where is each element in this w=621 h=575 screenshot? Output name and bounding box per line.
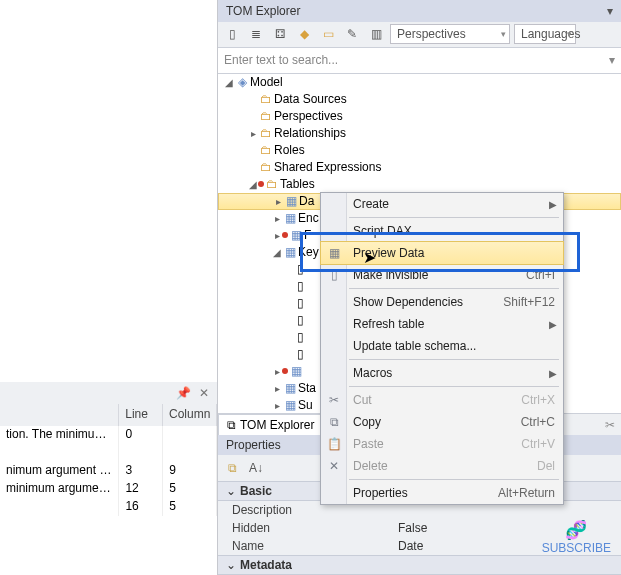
ctx-cut: ✂CutCtrl+X xyxy=(321,389,563,411)
tree-folder[interactable]: Tables xyxy=(280,177,315,191)
table-icon: ▦ xyxy=(288,364,304,378)
tb-icon-1[interactable]: ▯ xyxy=(222,24,242,44)
tb-icon-folder[interactable]: ▭ xyxy=(318,24,338,44)
col-line[interactable]: Line xyxy=(119,404,163,426)
tab-tom-explorer[interactable]: ⧉ TOM Explorer xyxy=(218,414,323,435)
tb-icon-edit[interactable]: ✎ xyxy=(342,24,362,44)
grid-row[interactable]: nimum argument c...39 xyxy=(0,462,217,480)
column-icon: ▯ xyxy=(292,262,308,276)
tree-folder[interactable]: Data Sources xyxy=(274,92,347,106)
column-icon: ▯ xyxy=(292,279,308,293)
tree-folder[interactable]: Relationships xyxy=(274,126,346,140)
table-icon: ▦ xyxy=(282,245,298,259)
submenu-arrow-icon: ▶ xyxy=(549,319,557,330)
close-icon[interactable]: ✕ xyxy=(199,386,209,400)
tree-table[interactable]: Sta xyxy=(298,381,316,395)
ctx-show-dependencies[interactable]: Show DependenciesShift+F12 xyxy=(321,291,563,313)
tree-table[interactable]: Enc xyxy=(298,211,319,225)
cut-icon: ✂ xyxy=(326,393,342,407)
model-icon: ◈ xyxy=(234,75,250,89)
ctx-update-schema[interactable]: Update table schema... xyxy=(321,335,563,357)
folder-icon: 🗀 xyxy=(258,143,274,157)
table-icon: ▦ xyxy=(282,398,298,412)
ctx-preview-data[interactable]: ▦Preview Data xyxy=(321,242,563,264)
folder-icon: 🗀 xyxy=(258,109,274,123)
ctx-paste: 📋PasteCtrl+V xyxy=(321,433,563,455)
dna-icon: 🧬 xyxy=(542,519,611,541)
tb-icon-hierarchy[interactable]: ⚃ xyxy=(270,24,290,44)
tree-folder[interactable]: Shared Expressions xyxy=(274,160,381,174)
hidden-icon: ▯ xyxy=(326,268,342,282)
perspectives-select[interactable]: Perspectives xyxy=(390,24,510,44)
chevron-down-icon: ⌄ xyxy=(226,558,236,572)
column-icon: ▯ xyxy=(292,313,308,327)
ctx-refresh-table[interactable]: Refresh table▶ xyxy=(321,313,563,335)
tree-table[interactable]: F xyxy=(304,228,311,242)
ctx-copy[interactable]: ⧉CopyCtrl+C xyxy=(321,411,563,433)
props-sort-icon[interactable]: A↓ xyxy=(246,458,266,478)
ctx-script-dax[interactable]: Script DAX xyxy=(321,220,563,242)
dropdown-icon[interactable]: ▾ xyxy=(607,4,613,18)
grid-row[interactable]: minimum argument c...125 xyxy=(0,480,217,498)
ctx-delete: ✕DeleteDel xyxy=(321,455,563,477)
submenu-arrow-icon: ▶ xyxy=(549,199,557,210)
table-icon: ▦ xyxy=(282,381,298,395)
subscribe-watermark: 🧬 SUBSCRIBE xyxy=(542,519,611,555)
left-panel: 📌 ✕ Line Column tion. The minimum...0 ni… xyxy=(0,0,218,575)
tab-icon: ⧉ xyxy=(227,418,236,432)
submenu-arrow-icon: ▶ xyxy=(549,368,557,379)
chevron-down-icon: ⌄ xyxy=(226,484,236,498)
toolbar: ▯ ≣ ⚃ ◆ ▭ ✎ ▥ Perspectives Languages xyxy=(218,22,621,48)
copy-icon: ⧉ xyxy=(326,415,342,429)
folder-icon: 🗀 xyxy=(258,92,274,106)
col-message[interactable] xyxy=(0,404,119,426)
ctx-properties[interactable]: PropertiesAlt+Return xyxy=(321,482,563,504)
grid-row[interactable]: tion. The minimum...0 xyxy=(0,426,217,444)
table-icon: ▦ xyxy=(288,228,304,242)
tree-folder[interactable]: Perspectives xyxy=(274,109,343,123)
pin-icon[interactable]: 📌 xyxy=(176,386,191,400)
tree-table[interactable]: Su xyxy=(298,398,313,412)
ctx-macros[interactable]: Macros▶ xyxy=(321,362,563,384)
ctx-create[interactable]: Create▶ xyxy=(321,193,563,215)
tb-icon-cube[interactable]: ◆ xyxy=(294,24,314,44)
tree-root[interactable]: Model xyxy=(250,75,283,89)
folder-icon: 🗀 xyxy=(258,160,274,174)
panel-title: TOM Explorer ▾ xyxy=(218,0,621,22)
props-cat-icon[interactable]: ⧉ xyxy=(222,458,242,478)
left-panel-header: 📌 ✕ xyxy=(0,382,217,404)
languages-select[interactable]: Languages xyxy=(514,24,576,44)
grid-header: Line Column xyxy=(0,404,217,426)
search-input[interactable]: Enter text to search... ▾ xyxy=(218,48,621,74)
table-icon: ▦ xyxy=(326,246,342,260)
tree-folder[interactable]: Roles xyxy=(274,143,305,157)
grid-row[interactable] xyxy=(0,444,217,462)
tree-table[interactable]: Key xyxy=(298,245,319,259)
tb-icon-columns[interactable]: ▥ xyxy=(366,24,386,44)
folder-icon: 🗀 xyxy=(258,126,274,140)
column-icon: ▯ xyxy=(292,296,308,310)
ctx-make-invisible[interactable]: ▯Make invisibleCtrl+I xyxy=(321,264,563,286)
column-icon: ▯ xyxy=(292,330,308,344)
search-dropdown-icon[interactable]: ▾ xyxy=(609,53,615,67)
table-icon: ▦ xyxy=(283,194,299,208)
scissors-icon[interactable]: ✂ xyxy=(605,418,621,432)
grid-row[interactable]: 165 xyxy=(0,498,217,516)
paste-icon: 📋 xyxy=(326,437,342,451)
column-icon: ▯ xyxy=(292,347,308,361)
col-column[interactable]: Column xyxy=(163,404,217,426)
delete-icon: ✕ xyxy=(326,459,342,473)
folder-icon: 🗀 xyxy=(264,177,280,191)
table-icon: ▦ xyxy=(282,211,298,225)
props-category[interactable]: ⌄Metadata xyxy=(218,555,621,575)
tb-icon-2[interactable]: ≣ xyxy=(246,24,266,44)
context-menu: Create▶ Script DAX ▦Preview Data ▯Make i… xyxy=(320,192,564,505)
